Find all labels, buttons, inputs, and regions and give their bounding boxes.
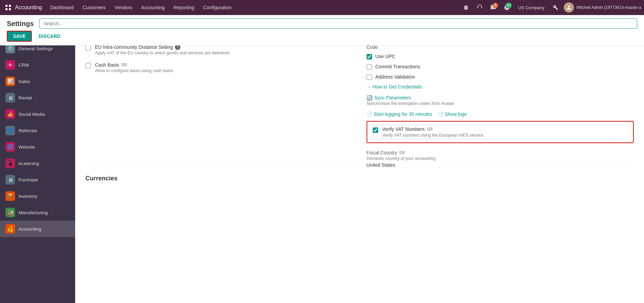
verify-vat-label: Verify VAT Numbers ⌨ <box>382 126 483 132</box>
use-upc-row: Use UPC <box>367 53 634 59</box>
sidebar-label-general: General Settings <box>18 46 53 51</box>
company-name[interactable]: US Company <box>515 5 547 10</box>
user-name: Mitchell Admin (19773614-master-a <box>577 5 641 10</box>
sync-icon: 🔄 <box>367 95 372 100</box>
accounting-icon: 💰 <box>5 224 15 234</box>
sidebar-label-website: Website <box>18 144 35 150</box>
sidebar-label-referrals: Referrals <box>18 128 37 133</box>
use-upc-label: Use UPC <box>375 54 395 59</box>
fiscal-country-value: United States <box>367 162 634 168</box>
grid-menu-icon[interactable] <box>3 2 14 13</box>
crm-icon: 👁 <box>5 60 15 70</box>
elearning-icon: 📱 <box>5 159 15 168</box>
sync-parameters-section: 🔄 Sync Parameters Synchronize the exempt… <box>367 95 634 106</box>
sidebar-item-sales[interactable]: 📊 Sales <box>0 73 75 89</box>
logging-links: 📄 Start logging for 30 minutes 📄 Show lo… <box>367 111 634 117</box>
currencies-section-header: Currencies <box>85 168 634 182</box>
website-icon: 🌐 <box>5 142 15 152</box>
sidebar-label-manufacturing: Manufacturing <box>18 210 48 215</box>
nav-customers[interactable]: Customers <box>79 3 110 12</box>
bug-icon-button[interactable] <box>461 2 471 13</box>
nav-configuration[interactable]: Configuration <box>199 3 236 12</box>
sidebar-label-accounting: Accounting <box>18 226 41 232</box>
referrals-icon: 👤 <box>5 126 15 135</box>
start-logging-link[interactable]: 📄 Start logging for 30 minutes <box>367 111 432 117</box>
sidebar-item-crm[interactable]: 👁 CRM <box>0 57 75 73</box>
main-layout: ⚙️ General Settings 👁 CRM 📊 Sales 🖥 Rent… <box>0 38 644 303</box>
sidebar-label-inventory: Inventory <box>18 194 38 199</box>
sidebar-item-manufacturing[interactable]: 🏭 Manufacturing <box>0 204 75 221</box>
sidebar-item-rental[interactable]: 🖥 Rental <box>0 89 75 106</box>
address-validation-row: Address Validation <box>367 74 634 80</box>
sales-icon: 📊 <box>5 77 15 86</box>
inventory-icon: 📦 <box>5 191 15 201</box>
svg-rect-1 <box>9 5 11 7</box>
show-logs-link[interactable]: 📄 Show logs <box>438 111 467 117</box>
sidebar-label-sales: Sales <box>18 79 30 84</box>
svg-rect-0 <box>5 5 8 7</box>
sync-parameters-desc: Synchronize the exemption codes from Ava… <box>367 101 634 106</box>
commit-transactions-checkbox[interactable] <box>367 64 372 70</box>
address-validation-label: Address Validation <box>375 74 415 80</box>
fiscal-country-section: Fiscal Country ⌨ Domestic country of you… <box>367 150 634 168</box>
sync-parameters-link[interactable]: 🔄 Sync Parameters <box>367 95 634 100</box>
address-validation-checkbox[interactable] <box>367 74 372 80</box>
svg-rect-3 <box>9 8 11 10</box>
headset-icon-button[interactable] <box>474 2 485 13</box>
purchase-icon: 🖥 <box>5 175 15 184</box>
right-settings-column: Code Use UPC Commit Transactions Addre <box>367 44 634 168</box>
sidebar-label-social: Social Media <box>18 112 45 117</box>
settings-content: EU Intra-community Distance Selling ? Ap… <box>75 38 644 303</box>
how-to-get-credentials-link[interactable]: → How to Get Credentials <box>367 84 422 89</box>
search-input[interactable] <box>39 18 637 29</box>
cash-basis-label: Cash Basis ⌨ <box>95 62 353 68</box>
rental-icon: 🖥 <box>5 93 15 102</box>
eu-distance-selling-checkbox[interactable] <box>85 45 91 51</box>
nav-vendors[interactable]: Vendors <box>110 3 136 12</box>
nav-right-section: 5 42 US Company Mitchell Admin (19773614… <box>461 2 641 13</box>
verify-vat-numbers-box: Verify VAT Numbers ⌨ Verify VAT numbers … <box>367 121 634 143</box>
show-logs-doc-icon: 📄 <box>438 111 443 117</box>
eu-distance-selling-desc: Apply VAT of the EU country to which goo… <box>95 51 353 55</box>
discard-button[interactable]: DISCARD <box>35 31 65 41</box>
save-button[interactable]: SAVE <box>7 31 32 42</box>
verify-vat-desc: Verify VAT numbers using the European VI… <box>382 133 483 138</box>
sidebar-item-inventory[interactable]: 📦 Inventory <box>0 188 75 204</box>
left-settings-column: EU Intra-community Distance Selling ? Ap… <box>85 44 353 168</box>
verify-vat-checkbox[interactable] <box>373 127 378 133</box>
verify-vat-keyboard-icon: ⌨ <box>427 127 433 132</box>
chat-badge: 5 <box>493 3 498 8</box>
fiscal-country-keyboard-icon: ⌨ <box>399 150 405 155</box>
fiscal-country-label: Fiscal Country ⌨ <box>367 150 634 155</box>
search-container <box>39 18 637 29</box>
use-upc-checkbox[interactable] <box>367 54 372 59</box>
nav-dashboard[interactable]: Dashboard <box>46 3 78 12</box>
sidebar-item-purchase[interactable]: 🖥 Purchase <box>0 171 75 188</box>
page-title: Settings <box>7 20 34 28</box>
commit-transactions-row: Commit Transactions <box>367 64 634 70</box>
sidebar-item-social-media[interactable]: 👍 Social Media <box>0 106 75 122</box>
sidebar-item-elearning[interactable]: 📱 eLearning <box>0 155 75 171</box>
wrench-icon[interactable] <box>550 2 561 13</box>
sidebar-item-referrals[interactable]: 👤 Referrals <box>0 122 75 139</box>
eu-distance-selling-row: EU Intra-community Distance Selling ? Ap… <box>85 44 353 55</box>
activity-icon-button[interactable]: 42 <box>502 2 512 13</box>
svg-rect-2 <box>5 8 8 10</box>
sidebar: ⚙️ General Settings 👁 CRM 📊 Sales 🖥 Rent… <box>0 38 75 303</box>
fiscal-country-desc: Domestic country of your accounting <box>367 156 634 161</box>
cash-basis-checkbox[interactable] <box>85 63 91 68</box>
cash-basis-desc: Allow to configure taxes using cash basi… <box>95 68 353 73</box>
nav-accounting[interactable]: Accounting <box>137 3 169 12</box>
sidebar-item-website[interactable]: 🌐 Website <box>0 139 75 155</box>
top-navigation: Accounting Dashboard Customers Vendors A… <box>0 0 644 15</box>
settings-two-columns: EU Intra-community Distance Selling ? Ap… <box>85 44 634 168</box>
eu-distance-selling-info: EU Intra-community Distance Selling ? Ap… <box>95 44 353 55</box>
nav-reporting[interactable]: Reporting <box>169 3 198 12</box>
header-actions: SAVE DISCARD <box>7 31 637 42</box>
arrow-right-icon: → <box>367 84 371 89</box>
sidebar-item-accounting[interactable]: 💰 Accounting <box>0 221 75 237</box>
sidebar-label-rental: Rental <box>18 95 32 100</box>
chat-icon-button[interactable]: 5 <box>488 2 499 13</box>
cash-basis-info: Cash Basis ⌨ Allow to configure taxes us… <box>95 62 353 73</box>
user-avatar[interactable] <box>564 2 574 13</box>
